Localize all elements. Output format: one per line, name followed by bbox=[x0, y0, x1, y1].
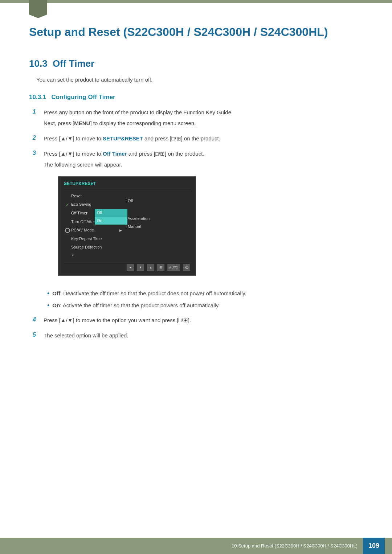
section-number: 10.3 bbox=[29, 58, 48, 69]
step-3-content: Press [▲/▼] to move to Off Timer and pre… bbox=[44, 149, 363, 283]
osd-right-col: : Off : Acceleration : Manual bbox=[122, 192, 190, 259]
osd-row-more: ▼ bbox=[64, 252, 122, 259]
bullet-list: • Off: Deactivate the off timer so that … bbox=[47, 290, 363, 311]
bullet-dot-on: • bbox=[47, 301, 49, 311]
step-1-subtext: Next, press [MENU] to display the corres… bbox=[44, 119, 363, 128]
osd-value-sourcedetect: : Manual bbox=[126, 222, 190, 230]
footer-text: 10 Setup and Reset (S22C300H / S24C300H … bbox=[232, 543, 358, 549]
osd-rows: Reset Eco Saving bbox=[64, 192, 190, 259]
monitor-screenshot: SETUP&RESET Reset bbox=[58, 176, 196, 276]
step-number-1: 1 bbox=[33, 108, 44, 115]
osd-label-reset: Reset bbox=[71, 193, 122, 200]
step-2: 2 Press [▲/▼] to move to SETUP&RESET and… bbox=[33, 134, 363, 143]
bullet-text-off: Off: Deactivate the off timer so that th… bbox=[52, 290, 246, 298]
page-footer: 10 Setup and Reset (S22C300H / S24C300H … bbox=[0, 538, 392, 554]
osd-btn-left: ◄ bbox=[127, 264, 134, 271]
osd-row-reset: Reset bbox=[64, 192, 122, 201]
step-3-bold: Off Timer bbox=[103, 151, 127, 157]
step-5-content: The selected option will be applied. bbox=[44, 331, 363, 340]
bullet-bold-off: Off bbox=[52, 290, 60, 296]
osd-icon-col-pcav bbox=[64, 228, 71, 233]
section-heading: 10.3 Off Timer bbox=[29, 58, 363, 69]
osd-auto-label: AUTO bbox=[169, 265, 178, 270]
osd-left-col: Reset Eco Saving bbox=[64, 192, 122, 259]
step-3: 3 Press [▲/▼] to move to Off Timer and p… bbox=[33, 149, 363, 283]
osd-value-eco: : Off bbox=[126, 192, 190, 204]
page-title: Setup and Reset (S22C300H / S24C300H / S… bbox=[29, 25, 363, 40]
osd-down-icon: ▼ bbox=[139, 265, 142, 270]
osd-dropdown-on: On bbox=[95, 217, 127, 225]
osd-value-empty1 bbox=[126, 204, 190, 211]
steps-list-continued: 4 Press [▲/▼] to move to the option you … bbox=[33, 316, 363, 340]
osd-power-icon: ⏻ bbox=[185, 265, 188, 270]
subsection-heading: 10.3.1 Configuring Off Timer bbox=[29, 94, 363, 101]
osd-bottom-bar: ◄ ▼ ▲ ⊞ AUTO bbox=[64, 262, 190, 271]
osd-enter-icon: ⊞ bbox=[159, 265, 162, 270]
osd-label-sourcedetect: Source Detection bbox=[71, 244, 122, 251]
osd-row-pcav: PC/AV Mode ▶ bbox=[64, 226, 122, 235]
step-4-content: Press [▲/▼] to move to the option you wa… bbox=[44, 316, 363, 325]
leaf-icon bbox=[65, 202, 70, 207]
gear-icon-osd bbox=[65, 228, 70, 233]
osd-more-label: ▼ bbox=[71, 253, 122, 258]
osd-label-eco: Eco Saving bbox=[71, 201, 122, 208]
step-1: 1 Press any button on the front of the p… bbox=[33, 108, 363, 128]
osd-btn-power: ⏻ bbox=[183, 264, 190, 271]
osd-up-icon: ▲ bbox=[149, 265, 152, 270]
osd-btn-enter: ⊞ bbox=[157, 264, 164, 271]
step-number-2: 2 bbox=[33, 135, 44, 141]
intro-text: You can set the product to automatically… bbox=[36, 77, 363, 83]
steps-list: 1 Press any button on the front of the p… bbox=[33, 108, 363, 283]
step-2-bold: SETUP&RESET bbox=[103, 135, 143, 141]
step-number-4: 4 bbox=[33, 316, 44, 323]
step-5: 5 The selected option will be applied. bbox=[33, 331, 363, 340]
osd-row-eco: Eco Saving bbox=[64, 200, 122, 209]
osd-label-keyrepeat: Key Repeat Time bbox=[71, 236, 122, 242]
step-3-subtext: The following screen will appear. bbox=[44, 160, 363, 169]
bullet-item-off: • Off: Deactivate the off timer so that … bbox=[47, 290, 363, 299]
osd-icon-col-eco bbox=[64, 202, 71, 207]
bullet-text-on: On: Activate the off timer so that the p… bbox=[52, 301, 220, 310]
osd-dropdown-off: Off bbox=[95, 209, 127, 217]
subsection-title: Configuring Off Timer bbox=[51, 94, 115, 100]
osd-row-sourcedetect: Source Detection bbox=[64, 243, 122, 252]
section-title: Off Timer bbox=[53, 58, 94, 69]
osd-value-keyrepeat: : Acceleration bbox=[126, 214, 190, 222]
osd-menu: SETUP&RESET Reset bbox=[58, 176, 196, 276]
osd-left-icon: ◄ bbox=[129, 265, 132, 270]
osd-btn-up: ▲ bbox=[147, 264, 154, 271]
subsection-number: 10.3.1 bbox=[29, 94, 46, 100]
bullet-bold-on: On bbox=[52, 302, 60, 308]
step-1-content: Press any button on the front of the pro… bbox=[44, 108, 363, 128]
bullet-item-on: • On: Activate the off timer so that the… bbox=[47, 301, 363, 311]
top-decorative-bar bbox=[0, 0, 392, 3]
osd-btn-down: ▼ bbox=[137, 264, 144, 271]
step-number-3: 3 bbox=[33, 150, 44, 156]
osd-row-keyrepeat: Key Repeat Time bbox=[64, 235, 122, 243]
step-4: 4 Press [▲/▼] to move to the option you … bbox=[33, 316, 363, 325]
corner-bookmark bbox=[29, 0, 47, 18]
footer-page-number: 109 bbox=[363, 538, 385, 554]
osd-title: SETUP&RESET bbox=[64, 180, 190, 189]
osd-label-pcav: PC/AV Mode bbox=[71, 227, 119, 234]
step-2-content: Press [▲/▼] to move to SETUP&RESET and p… bbox=[44, 134, 363, 143]
osd-btn-auto: AUTO bbox=[167, 264, 180, 271]
osd-dropdown: Off On bbox=[95, 209, 127, 225]
bullet-dot-off: • bbox=[47, 289, 49, 299]
step-number-5: 5 bbox=[33, 332, 44, 338]
pcav-arrow-icon: ▶ bbox=[119, 228, 122, 233]
osd-row-offtimer: Off Timer Off On bbox=[64, 209, 122, 218]
